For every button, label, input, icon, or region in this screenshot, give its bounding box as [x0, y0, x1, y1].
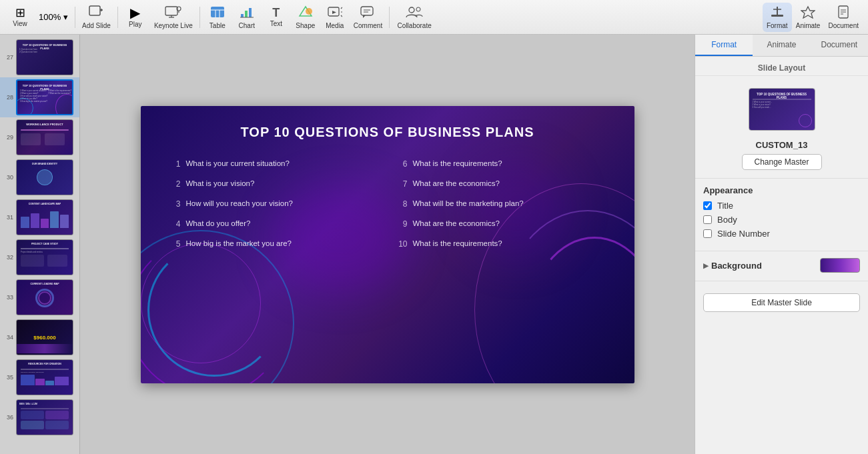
- svg-marker-29: [801, 7, 815, 18]
- slide-number-checkbox-row: Slide Number: [703, 229, 860, 239]
- slide-item-34[interactable]: 34 $960.000: [0, 317, 79, 357]
- background-toggle[interactable]: ▶ Background: [703, 261, 762, 271]
- comment-icon: [360, 5, 375, 21]
- shape-button[interactable]: Shape: [291, 3, 320, 32]
- slide-item-27[interactable]: 27 TOP 10 QUESTIONS OF BUSINESS PLANS 1 …: [0, 37, 79, 77]
- sep4: [389, 7, 390, 28]
- slide-thumb-35: RESOURCES FOR CREATION Resource allocati…: [16, 359, 73, 395]
- slide-row-10-text: What is the requirements?: [413, 239, 502, 247]
- slide-num-33: 33: [4, 294, 13, 301]
- slide-thumb-31: CONTENT LANDSCAPE MAP: [16, 199, 73, 235]
- slide-thumb-28: TOP 10 QUESTIONS OF BUSINESS PLANS 1 Wha…: [16, 79, 73, 115]
- slide-row-7: 7 What are the economics?: [394, 179, 608, 189]
- body-checkbox[interactable]: [703, 215, 712, 224]
- appearance-section: Appearance Title Body Slide Number: [695, 185, 868, 251]
- slide-num-35: 35: [4, 374, 13, 381]
- slide-row-6-num: 6: [394, 159, 408, 169]
- document-label: Document: [828, 22, 859, 29]
- slide-item-31[interactable]: 31 CONTENT LANDSCAPE MAP: [0, 197, 79, 237]
- background-label-text: Background: [711, 261, 762, 271]
- add-slide-icon: [89, 5, 103, 21]
- slide-thumb-30: OUR BRAND IDENTITY: [16, 159, 73, 195]
- svg-rect-0: [89, 6, 100, 15]
- animate-button[interactable]: Animate: [792, 3, 825, 32]
- background-color-swatch[interactable]: [820, 258, 860, 273]
- main-slide[interactable]: TOP 10 QUESTIONS OF BUSINESS PLANS 1 Wha…: [141, 106, 634, 383]
- keynote-live-button[interactable]: Keynote Live: [150, 3, 197, 32]
- slide-row-10: 10 What is the requirements?: [394, 239, 608, 249]
- slide-item-36[interactable]: 36 $600 / 100k / +1.2M: [0, 397, 79, 437]
- layout-preview-container: TOP 10 QUESTIONS OF BUSINESS PLANS 1 Wha…: [695, 76, 868, 140]
- table-button[interactable]: Table: [203, 3, 232, 32]
- slide-row-3: 3 How will you reach your vision?: [167, 199, 381, 209]
- change-master-button[interactable]: Change Master: [742, 154, 822, 170]
- add-slide-button[interactable]: Add Slide: [78, 3, 115, 32]
- slide-row-7-text: What are the economics?: [413, 179, 500, 187]
- view-label: View: [13, 20, 27, 27]
- zoom-button[interactable]: 100% ▾ 100%: [35, 3, 72, 32]
- document-icon: [836, 5, 851, 21]
- svg-point-24: [409, 7, 414, 13]
- slide-row-2-text: What is your vision?: [186, 179, 255, 187]
- slide-row-10-num: 10: [394, 239, 408, 249]
- slide-item-28[interactable]: 28 TOP 10 QUESTIONS OF BUSINESS PLANS 1 …: [0, 77, 79, 117]
- chart-button[interactable]: Chart: [232, 3, 262, 32]
- document-button[interactable]: Document: [824, 3, 863, 32]
- comment-label: Comment: [354, 22, 382, 29]
- layout-name: CUSTOM_13: [695, 140, 868, 150]
- edit-master-slide-button[interactable]: Edit Master Slide: [703, 293, 860, 312]
- chevron-right-icon: ▶: [703, 262, 709, 269]
- zoom-icon: 100% ▾: [39, 13, 68, 21]
- slide-layout-title: Slide Layout: [695, 57, 868, 76]
- tab-document[interactable]: Document: [811, 35, 868, 56]
- media-button[interactable]: Media: [320, 3, 350, 32]
- play-button[interactable]: ▶ Play: [121, 3, 150, 32]
- slide-item-30[interactable]: 30 OUR BRAND IDENTITY: [0, 157, 79, 197]
- text-button[interactable]: T Text: [262, 3, 291, 32]
- tab-animate[interactable]: Animate: [753, 35, 810, 56]
- slide-number-checkbox[interactable]: [703, 229, 712, 238]
- slide-row-6-text: What is the requirements?: [413, 159, 502, 167]
- collaborate-icon: [405, 5, 424, 21]
- panel-tabs: Format Animate Document: [695, 35, 868, 57]
- main-area: 27 TOP 10 QUESTIONS OF BUSINESS PLANS 1 …: [0, 35, 868, 454]
- slide-row-5-num: 5: [167, 239, 181, 249]
- slide-row-2: 2 What is your vision?: [167, 179, 381, 189]
- media-icon: [328, 5, 342, 21]
- title-checkbox[interactable]: [703, 201, 712, 210]
- slide-number-checkbox-label: Slide Number: [717, 229, 770, 239]
- animate-label: Animate: [796, 22, 821, 29]
- slide-item-29[interactable]: 29 WORKING LANCE PRODUCT: [0, 117, 79, 157]
- play-icon: ▶: [130, 6, 140, 19]
- divider-1: [695, 178, 868, 179]
- background-row: ▶ Background: [703, 258, 860, 273]
- appearance-title: Appearance: [703, 185, 860, 195]
- layout-preview: TOP 10 QUESTIONS OF BUSINESS PLANS 1 Wha…: [749, 88, 815, 131]
- view-button[interactable]: ⊞ View: [5, 3, 35, 32]
- comment-button[interactable]: Comment: [350, 3, 386, 32]
- slide-thumb-33: CURRENT LOADING MAP: [16, 279, 73, 315]
- slide-row-8-text: What will be the marketing plan?: [413, 199, 524, 207]
- svg-rect-3: [165, 7, 177, 15]
- body-checkbox-row: Body: [703, 215, 860, 225]
- slide-num-32: 32: [4, 254, 13, 261]
- format-button[interactable]: Format: [763, 3, 792, 32]
- slide-thumb-34: $960.000: [16, 319, 73, 355]
- slide-row-6: 6 What is the requirements?: [394, 159, 608, 169]
- tab-format[interactable]: Format: [695, 35, 753, 56]
- slide-item-32[interactable]: 32 PROJECT CASE STUDY Project details an…: [0, 237, 79, 277]
- slide-num-27: 27: [4, 54, 13, 61]
- right-panel: Format Animate Document Slide Layout TOP…: [695, 35, 868, 454]
- slide-item-33[interactable]: 33 CURRENT LOADING MAP: [0, 277, 79, 317]
- svg-point-17: [306, 8, 312, 15]
- collaborate-button[interactable]: Collaborate: [392, 3, 436, 32]
- slide-row-4: 4 What do you offer?: [167, 219, 381, 229]
- slide-row-4-text: What do you offer?: [186, 219, 251, 227]
- svg-rect-12: [241, 14, 244, 17]
- slide-row-9: 9 What are the economics?: [394, 219, 608, 229]
- slide-num-34: 34: [4, 334, 13, 341]
- slide-item-35[interactable]: 35 RESOURCES FOR CREATION Resource alloc…: [0, 357, 79, 397]
- svg-rect-13: [245, 11, 248, 17]
- sep1: [75, 7, 75, 28]
- slide-row-7-num: 7: [394, 179, 408, 189]
